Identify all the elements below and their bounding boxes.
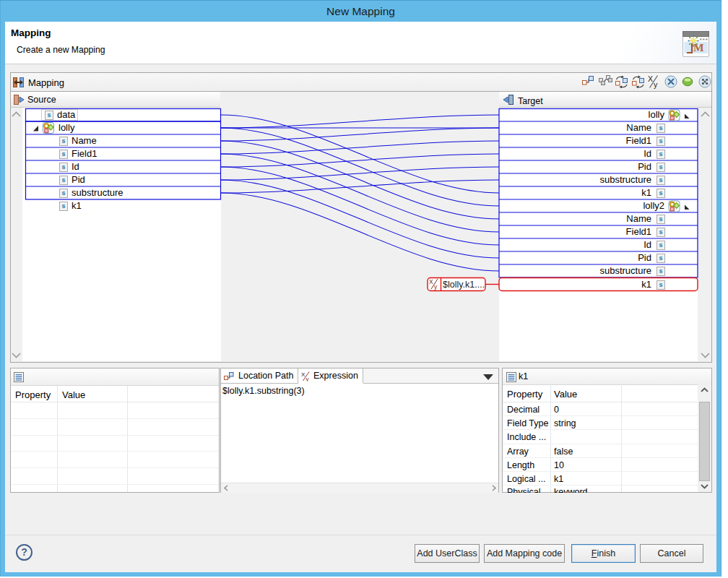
svg-text:y: y xyxy=(654,80,658,89)
svg-text:y: y xyxy=(306,376,309,381)
svg-text:M: M xyxy=(693,41,704,53)
svg-text:X: X xyxy=(429,278,433,285)
svg-text:y: y xyxy=(434,283,438,290)
svg-text:X: X xyxy=(301,371,306,378)
svg-text:X: X xyxy=(648,74,653,83)
